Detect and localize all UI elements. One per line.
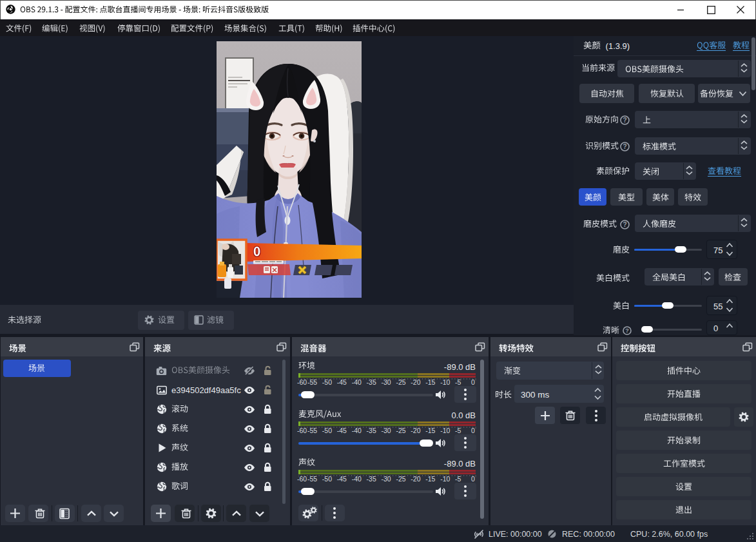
- svg-text:?: ?: [623, 221, 626, 228]
- svg-text:?: ?: [623, 143, 626, 150]
- svg-text:?: ?: [623, 117, 626, 124]
- svg-text:?: ?: [625, 327, 629, 334]
